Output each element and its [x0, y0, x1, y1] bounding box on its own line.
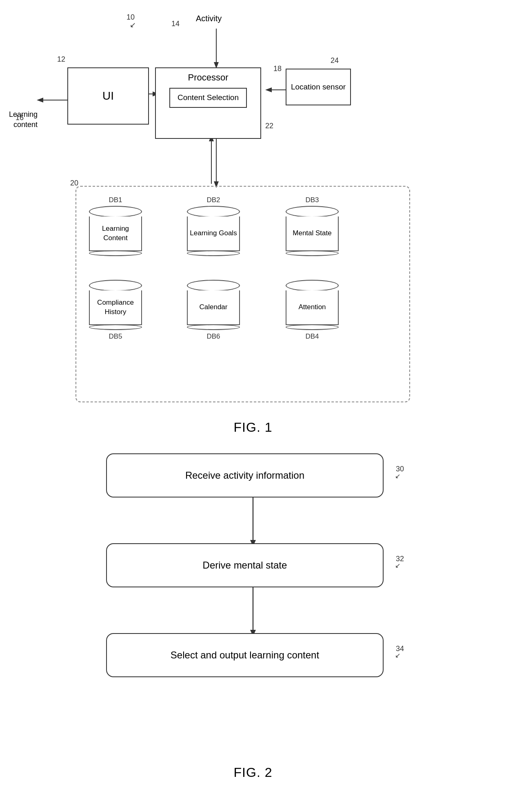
- diagram-container: 10 ↙ 12 14 16 18 20 22 24 25 Activity Le…: [0, 0, 506, 801]
- cylinder-db6: Calendar: [187, 280, 240, 330]
- learning-content-label: Learningcontent: [9, 109, 38, 130]
- db1-wrap: DB1 Learning Content: [89, 196, 142, 256]
- cylinder-db2: Learning Goals: [187, 206, 240, 256]
- db2-wrap: DB2 Learning Goals: [187, 196, 240, 256]
- processor-box: Processor Content Selection: [155, 67, 261, 139]
- fig1-area: 10 ↙ 12 14 16 18 20 22 24 25 Activity Le…: [0, 8, 506, 437]
- label-24: 24: [331, 56, 339, 65]
- ui-box: UI: [67, 67, 149, 125]
- cylinder-db3: Mental State: [286, 206, 339, 256]
- db5-wrap: Compliance History DB5: [89, 280, 142, 341]
- derive-mental-box: Derive mental state: [106, 543, 384, 587]
- label-20: 20: [70, 179, 78, 187]
- db4-wrap: Attention DB4: [286, 280, 339, 341]
- activity-label: Activity: [196, 14, 222, 23]
- db6-wrap: Calendar DB6: [187, 280, 240, 341]
- content-selection-box: Content Selection: [169, 88, 247, 108]
- receive-activity-box: Receive activity information: [106, 453, 384, 497]
- svg-marker-8: [265, 87, 272, 92]
- db3-wrap: DB3 Mental State: [286, 196, 339, 256]
- select-output-box: Select and output learning content: [106, 633, 384, 677]
- fig1-title: FIG. 1: [0, 420, 506, 435]
- cylinder-db1: Learning Content: [89, 206, 142, 256]
- label-22: 22: [265, 122, 273, 130]
- cylinder-db4: Attention: [286, 280, 339, 330]
- label-14: 14: [171, 20, 180, 28]
- fig2-title: FIG. 2: [0, 765, 506, 780]
- fig2-area: 30 ↙ 32 ↙ 34 ↙ Receive activity informat…: [0, 437, 506, 792]
- label-12: 12: [57, 55, 65, 64]
- cylinder-db5: Compliance History: [89, 280, 142, 330]
- label-18: 18: [273, 65, 282, 73]
- location-sensor-box: Location sensor: [286, 69, 351, 105]
- svg-marker-6: [37, 98, 43, 103]
